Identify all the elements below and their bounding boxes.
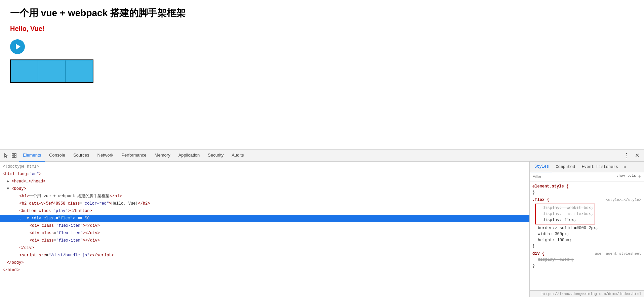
toolbar-right-icons: ⋮ ✕ [621,152,641,159]
styles-tab-computed[interactable]: Computed [552,162,578,172]
tab-elements[interactable]: Elements [19,150,45,162]
display-flex-property[interactable]: display: flex; [537,217,593,223]
html-line-html: <html lang="en"> [0,170,529,178]
styles-filter-bar: :hov .cls + [530,172,644,181]
tab-application[interactable]: Application [174,150,204,162]
svg-rect-1 [14,154,16,155]
html-line-flex-item-1[interactable]: <div class="flex-item"></div> [0,222,529,229]
tab-audits[interactable]: Audits [228,150,248,162]
html-line-head[interactable]: ▶ <head>…</head> [0,178,529,185]
html-line-body-close: </body> [0,259,529,266]
styles-panel: Styles Computed Event Listeners » :hov .… [530,162,644,297]
styles-tab-event-listeners[interactable]: Event Listeners [578,162,621,172]
play-button[interactable] [10,39,25,54]
styles-filter-options: :hov .cls + [616,174,641,180]
svg-rect-3 [14,156,16,158]
display-highlight-box: display: -webkit-box; display: -ms-flexb… [535,204,595,224]
html-line-body-open[interactable]: ▼ <body> [0,185,529,193]
flex-demo-container [10,59,93,83]
tab-sources[interactable]: Sources [69,150,93,162]
styles-tabs: Styles Computed Event Listeners » [530,162,644,172]
page-title: 一个用 vue + webpack 搭建的脚手架框架 [10,7,634,19]
html-line-html-close: </html> [0,266,529,274]
flex-item-1 [11,60,38,82]
html-line-script[interactable]: <script src="/dist/bundle.js"></script> [0,252,529,259]
styles-filter-input[interactable] [532,174,616,179]
ms-flexbox-property[interactable]: display: -ms-flexbox; [537,211,593,217]
hov-toggle[interactable]: :hov [616,174,625,180]
div-style-rule: div { user agent stylesheet display: blo… [530,250,644,269]
svg-rect-0 [12,154,14,155]
devtools-status-bar: https://iknow.dongweiming.com/demo/index… [530,290,644,297]
border-property[interactable]: border:> solid ■#000 2px; [532,225,641,231]
status-bar-url: https://iknow.dongweiming.com/demo/index… [541,292,641,296]
html-line-div-close: </div> [0,244,529,252]
devtools-panel: Elements Console Sources Network Perform… [0,149,644,297]
styles-tab-more[interactable]: » [621,164,628,170]
webkit-box-property[interactable]: display: -webkit-box; [537,205,593,211]
flex-style-rule: .flex { <style>…</style> display: -webki… [530,196,644,250]
devtools-body: <!doctype html> <html lang="en"> ▶ <head… [0,162,644,297]
tab-console[interactable]: Console [45,150,69,162]
width-property[interactable]: width: 300px; [532,231,641,237]
add-style-button[interactable]: + [638,174,641,180]
svg-rect-2 [12,156,14,158]
html-line-doctype: <!doctype html> [0,163,529,170]
tab-performance[interactable]: Performance [117,150,150,162]
cls-toggle[interactable]: .cls [627,174,636,180]
html-panel[interactable]: <!doctype html> <html lang="en"> ▶ <head… [0,162,530,297]
tab-security[interactable]: Security [204,150,228,162]
devtools-toolbar: Elements Console Sources Network Perform… [0,150,644,162]
flex-item-2 [38,60,65,82]
html-line-h2[interactable]: <h2 data-v-5ef48958 class="color-red">He… [0,200,529,207]
flex-item-3 [66,60,93,82]
tab-memory[interactable]: Memory [151,150,174,162]
tab-network[interactable]: Network [93,150,118,162]
styles-tab-styles[interactable]: Styles [531,162,552,172]
close-devtools-button[interactable]: ✕ [633,152,641,159]
hello-vue-heading: Hello, Vue! [10,25,634,33]
html-line-flex-item-2[interactable]: <div class="flex-item"></div> [0,229,529,237]
cursor-icon[interactable] [3,152,9,159]
element-style-rule: element.style { } [530,183,644,196]
height-property[interactable]: height: 100px; [532,237,641,243]
html-line-h1[interactable]: <h1>一个用 vue + webpack 搭建的脚手架框架</h1> [0,193,529,200]
html-line-button[interactable]: <button class="play"></button> [0,207,529,215]
html-line-flex-selected[interactable]: ... ▼ <div class="flex"> == $0 [0,215,529,222]
main-page-content: 一个用 vue + webpack 搭建的脚手架框架 Hello, Vue! [0,0,644,141]
more-options-icon[interactable]: ⋮ [621,152,632,159]
inspect-icon[interactable] [11,152,17,159]
display-block-property[interactable]: display: block; [532,257,641,263]
styles-content: element.style { } .flex { <style>…</styl… [530,181,644,290]
html-line-flex-item-3[interactable]: <div class="flex-item"></div> [0,237,529,244]
